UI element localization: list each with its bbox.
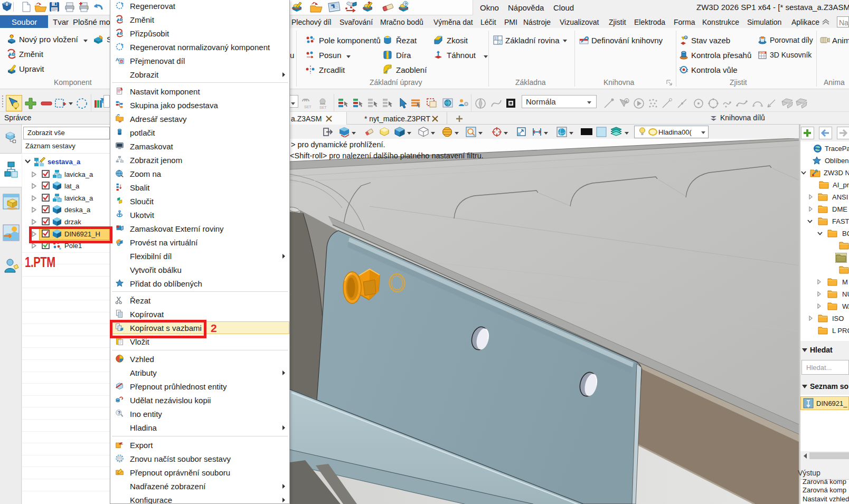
svg-text:A: A <box>116 57 119 62</box>
svg-text:SET: SET <box>304 105 312 109</box>
svg-text:BOM: BOM <box>759 52 765 54</box>
svg-text:2: 2 <box>499 41 501 44</box>
svg-text:B: B <box>120 59 123 64</box>
svg-text:?: ? <box>118 410 120 415</box>
svg-text:P: P <box>685 36 687 40</box>
svg-text:?: ? <box>404 2 407 6</box>
svg-text:SET: SET <box>319 106 327 109</box>
